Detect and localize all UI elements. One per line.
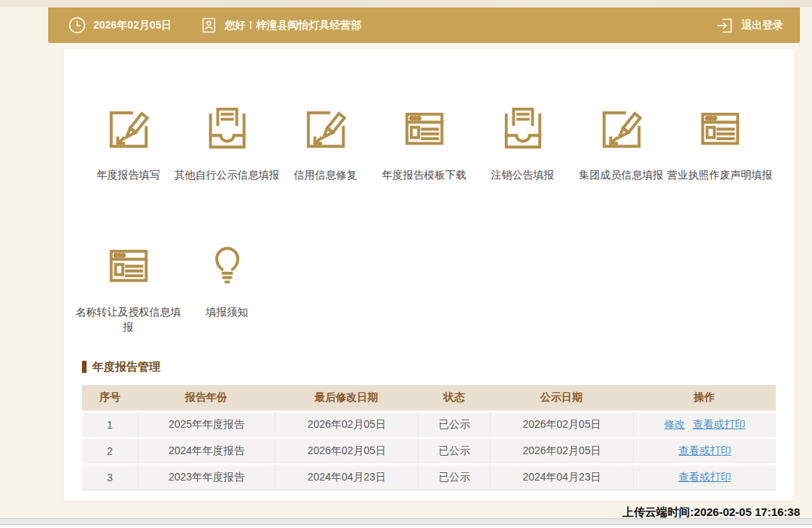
table-row: 1 2025年年度报告 2026年02月05日 已公示 2026年02月05日 … <box>82 410 776 437</box>
cell-status: 已公示 <box>418 413 490 437</box>
window-icon <box>105 243 152 289</box>
id-badge-icon <box>200 17 217 34</box>
annual-report-table: 序号 报告年份 最后修改日期 状态 公示日期 操作 1 2025年年度报告 20… <box>82 385 776 490</box>
section-title: 年度报告管理 <box>82 359 776 374</box>
menu-item[interactable]: 名称转让及授权信息填报 <box>79 243 178 334</box>
menu-item-label: 营业执照作废声明填报 <box>667 167 774 182</box>
annual-report-portal: 2026年02月05日 您好！梓潼县闽怡灯具经营部 退出登录 <box>0 0 812 528</box>
cell-publish-date: 2026年02月05日 <box>490 413 633 437</box>
column-header: 操作 <box>633 385 776 410</box>
menu-item-label: 信用信息修复 <box>272 167 379 182</box>
topbar-date-group: 2026年02月05日 <box>68 16 172 35</box>
table-row: 3 2023年年度报告 2024年04月23日 已公示 2024年04月23日 … <box>82 463 776 490</box>
inbox-icon <box>204 105 251 152</box>
top-background-texture <box>0 0 812 8</box>
topbar-user-group: 您好！梓潼县闽怡灯具经营部 <box>200 17 361 34</box>
edit-icon <box>303 105 349 152</box>
cell-modified-date: 2026年02月05日 <box>275 413 418 437</box>
logout-button[interactable]: 退出登录 <box>716 17 783 35</box>
table-row: 2 2024年年度报告 2026年02月05日 已公示 2026年02月05日 … <box>82 437 776 463</box>
column-header: 报告年份 <box>138 385 275 410</box>
cell-modified-date: 2024年04月23日 <box>275 465 418 490</box>
inbox-icon <box>500 105 546 152</box>
cell-publish-date: 2024年04月23日 <box>490 465 633 490</box>
topbar: 2026年02月05日 您好！梓潼县闽怡灯具经营部 退出登录 <box>48 8 800 43</box>
action-link-view-or-print[interactable]: 查看或打印 <box>678 444 731 458</box>
window-icon <box>401 105 448 152</box>
column-header: 最后修改日期 <box>275 385 418 410</box>
cell-serial-number: 2 <box>82 439 138 463</box>
clock-icon <box>68 16 87 35</box>
cell-publish-date: 2026年02月05日 <box>490 439 633 463</box>
menu-item[interactable]: 年度报告填写 <box>79 105 178 182</box>
menu-item[interactable]: 注销公告填报 <box>473 105 572 182</box>
action-link-view-or-print[interactable]: 查看或打印 <box>678 471 731 484</box>
menu-item[interactable]: 填报须知 <box>178 243 276 334</box>
menu-item-label: 其他自行公示信息填报 <box>174 167 281 182</box>
menu-item[interactable]: 其他自行公示信息填报 <box>178 105 276 182</box>
cell-operations: 查看或打印 <box>633 465 776 490</box>
menu-item-label: 年度报告模板下载 <box>371 167 478 182</box>
edit-icon <box>598 105 645 152</box>
action-link-edit[interactable]: 修改 <box>664 418 685 432</box>
bulb-icon <box>204 243 251 289</box>
menu-item[interactable]: 集团成员信息填报 <box>572 105 671 182</box>
window-icon <box>697 105 744 152</box>
bottom-edge <box>0 525 812 528</box>
menu-grid: 年度报告填写 其他自行公示信息填报 信用信息修复 年度报告模板下载 <box>64 49 794 334</box>
menu-item[interactable]: 年度报告模板下载 <box>375 105 473 182</box>
main-panel: 年度报告填写 其他自行公示信息填报 信用信息修复 年度报告模板下载 <box>64 49 794 501</box>
menu-item-label: 注销公告填报 <box>470 167 576 182</box>
cell-status: 已公示 <box>418 439 490 463</box>
logout-icon <box>716 17 734 35</box>
menu-item-label: 名称转让及授权信息填报 <box>75 304 182 334</box>
section-title-marker <box>82 361 87 373</box>
topbar-date: 2026年02月05日 <box>93 19 172 32</box>
horizontal-scrollbar[interactable] <box>0 518 812 525</box>
menu-item[interactable]: 信用信息修复 <box>276 105 375 182</box>
table-header-row: 序号 报告年份 最后修改日期 状态 公示日期 操作 <box>82 385 776 410</box>
menu-item-label: 集团成员信息填报 <box>568 167 675 182</box>
cell-report-year: 2023年年度报告 <box>138 465 275 490</box>
menu-item-label: 年度报告填写 <box>75 167 182 182</box>
topbar-greeting: 您好！梓潼县闽怡灯具经营部 <box>224 19 361 32</box>
menu-item[interactable]: 营业执照作废声明填报 <box>671 105 769 182</box>
action-link-view-or-print[interactable]: 查看或打印 <box>692 418 745 432</box>
cell-serial-number: 3 <box>82 465 138 490</box>
cell-operations: 修改查看或打印 <box>633 413 776 437</box>
column-header: 序号 <box>82 385 138 410</box>
menu-item-label: 填报须知 <box>174 304 281 319</box>
column-header: 公示日期 <box>490 385 633 410</box>
column-header: 状态 <box>418 385 490 410</box>
cell-status: 已公示 <box>418 465 490 490</box>
cell-report-year: 2025年年度报告 <box>138 413 275 437</box>
cell-modified-date: 2026年02月05日 <box>275 439 418 463</box>
edit-icon <box>105 105 152 152</box>
cell-operations: 查看或打印 <box>633 439 776 463</box>
section-title-label: 年度报告管理 <box>93 360 160 374</box>
logout-label: 退出登录 <box>741 19 783 32</box>
annual-report-section: 年度报告管理 序号 报告年份 最后修改日期 状态 公示日期 操作 1 2025年… <box>82 359 776 490</box>
cell-serial-number: 1 <box>82 413 138 437</box>
cell-report-year: 2024年年度报告 <box>138 439 275 463</box>
